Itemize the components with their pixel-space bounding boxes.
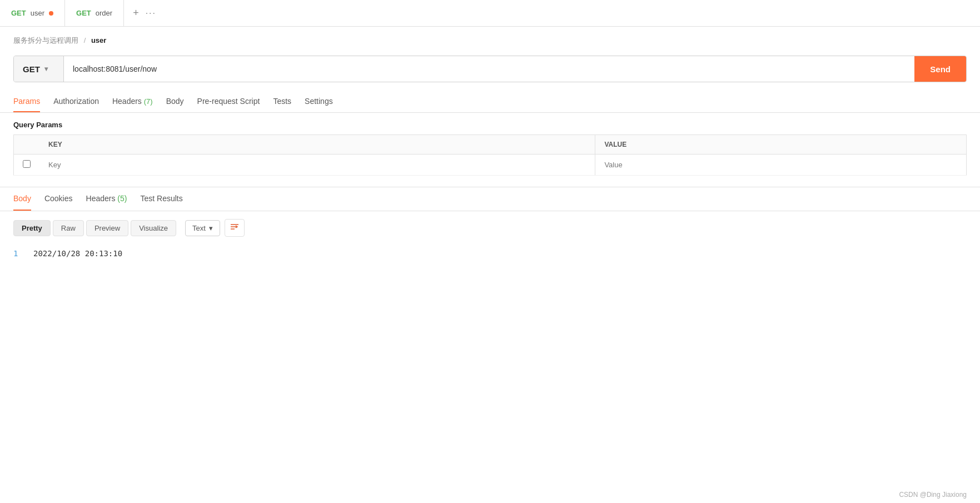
req-tab-body[interactable]: Body [166,91,184,112]
value-col-header: VALUE [595,135,967,155]
params-table: KEY VALUE [13,135,967,176]
tab-order-method: GET [76,9,91,17]
params-row-empty [14,155,967,176]
tab-bar: GET user GET order + ··· [0,0,980,27]
req-tab-params[interactable]: Params [13,91,40,112]
method-selector[interactable]: GET ▾ [14,56,64,82]
text-type-label: Text [192,224,206,232]
resp-headers-badge: (5) [117,194,127,203]
line-number-1: 1 [13,249,24,258]
breadcrumb: 服务拆分与远程调用 / user [0,27,980,51]
line-content-1: 2022/10/28 20:13:10 [33,249,122,258]
wrap-icon [230,222,240,234]
tab-user-indicator [49,11,53,16]
tab-user-method: GET [11,9,26,17]
resp-tab-test-results[interactable]: Test Results [140,187,182,211]
fmt-pretty-button[interactable]: Pretty [13,220,51,236]
req-tab-authorization[interactable]: Authorization [53,91,99,112]
fmt-visualize-button[interactable]: Visualize [131,220,176,236]
req-tab-settings[interactable]: Settings [305,91,333,112]
code-area: 1 2022/10/28 20:13:10 [0,245,980,262]
tab-order[interactable]: GET order [65,0,124,26]
value-input[interactable] [604,161,957,169]
row-checkbox-input[interactable] [23,160,31,168]
fmt-raw-button[interactable]: Raw [53,220,84,236]
resp-tab-body[interactable]: Body [13,187,31,211]
code-line-1: 1 2022/10/28 20:13:10 [13,249,967,258]
headers-badge: (7) [144,97,153,106]
key-cell[interactable] [39,155,595,176]
breadcrumb-separator: / [84,36,86,44]
key-col-header: KEY [39,135,595,155]
query-params-title: Query Params [0,113,980,135]
tab-add[interactable]: + ··· [124,0,165,26]
method-label: GET [23,64,40,74]
url-input[interactable] [64,56,914,82]
tab-user[interactable]: GET user [0,0,65,26]
wrap-button[interactable] [225,219,245,237]
value-cell[interactable] [595,155,967,176]
format-bar: Pretty Raw Preview Visualize Text ▾ [0,211,980,245]
key-input[interactable] [48,161,586,169]
breadcrumb-parent[interactable]: 服务拆分与远程调用 [13,36,78,44]
req-tab-headers[interactable]: Headers (7) [112,91,153,112]
text-type-selector[interactable]: Text ▾ [185,220,220,236]
req-tab-tests[interactable]: Tests [273,91,291,112]
params-table-header: KEY VALUE [14,135,967,155]
tab-user-name: user [31,9,44,17]
send-button[interactable]: Send [914,56,966,82]
resp-tab-cookies[interactable]: Cookies [44,187,73,211]
breadcrumb-current: user [91,36,106,44]
fmt-preview-button[interactable]: Preview [86,220,128,236]
tab-order-name: order [96,9,112,17]
url-bar: GET ▾ Send [13,56,967,82]
request-tabs: Params Authorization Headers (7) Body Pr… [0,91,980,113]
add-icon: + [133,7,139,19]
req-tab-prerequest[interactable]: Pre-request Script [197,91,260,112]
checkbox-col-header [14,135,40,155]
more-icon[interactable]: ··· [146,8,156,18]
resp-tab-headers[interactable]: Headers (5) [86,187,127,211]
row-checkbox[interactable] [14,155,40,176]
method-chevron-icon: ▾ [44,65,48,73]
text-type-chevron-icon: ▾ [209,224,213,232]
response-tabs: Body Cookies Headers (5) Test Results [0,187,980,211]
